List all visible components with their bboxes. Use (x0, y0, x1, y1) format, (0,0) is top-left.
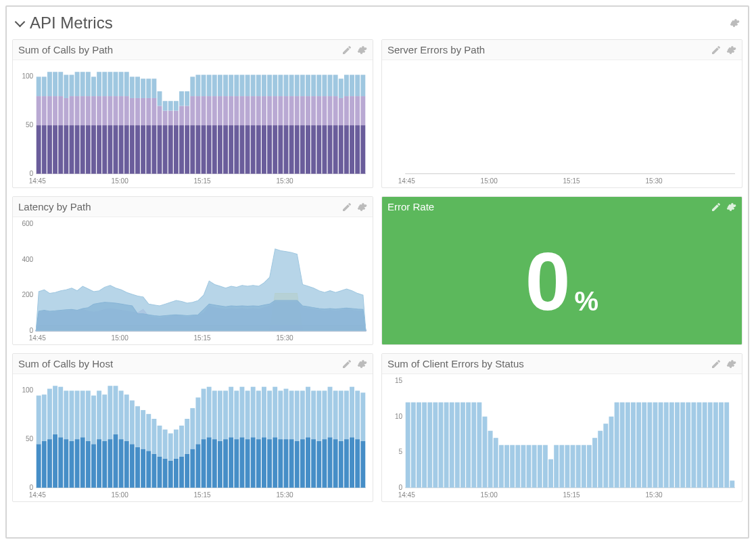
gear-icon[interactable] (729, 18, 740, 28)
svg-rect-165 (322, 96, 327, 125)
svg-rect-303 (289, 390, 294, 439)
svg-rect-328 (360, 441, 365, 488)
svg-rect-259 (168, 433, 173, 460)
svg-rect-252 (151, 454, 156, 488)
svg-text:15:30: 15:30 (645, 491, 663, 499)
svg-rect-123 (245, 96, 250, 125)
svg-rect-72 (151, 98, 156, 125)
svg-rect-90 (185, 106, 189, 125)
svg-rect-360 (521, 445, 525, 488)
pencil-icon[interactable] (341, 45, 352, 55)
gear-icon[interactable] (356, 202, 367, 212)
svg-rect-147 (289, 96, 294, 125)
svg-rect-9 (37, 96, 41, 125)
panel-calls-host: Sum of Calls by Host 05010014:4515:0015:… (12, 353, 373, 502)
svg-rect-170 (333, 125, 338, 174)
svg-rect-347 (450, 403, 454, 488)
svg-rect-80 (168, 125, 173, 174)
svg-rect-176 (344, 125, 349, 174)
svg-text:15:30: 15:30 (276, 491, 293, 499)
svg-rect-127 (251, 75, 256, 97)
svg-rect-22 (58, 72, 63, 96)
svg-rect-13 (42, 76, 47, 96)
chevron-down-icon[interactable] (15, 18, 24, 28)
svg-rect-157 (306, 75, 310, 97)
svg-rect-235 (102, 394, 107, 441)
svg-rect-65 (141, 125, 145, 174)
svg-rect-253 (151, 419, 156, 454)
svg-rect-304 (295, 441, 300, 488)
gear-icon[interactable] (356, 45, 367, 55)
svg-rect-79 (163, 101, 168, 110)
svg-rect-220 (64, 439, 68, 488)
svg-rect-92 (190, 125, 195, 174)
svg-rect-173 (339, 125, 344, 174)
gear-icon[interactable] (726, 45, 736, 55)
svg-rect-88 (179, 91, 184, 106)
svg-rect-270 (202, 439, 206, 488)
svg-rect-393 (703, 403, 707, 488)
panel-header: Sum of Client Errors by Status (382, 354, 742, 374)
pencil-icon[interactable] (711, 202, 722, 212)
svg-rect-391 (691, 403, 696, 488)
svg-rect-37 (86, 72, 91, 96)
pencil-icon[interactable] (711, 45, 722, 55)
svg-rect-152 (300, 125, 305, 174)
svg-rect-94 (190, 76, 195, 96)
svg-rect-158 (311, 125, 316, 174)
svg-rect-31 (75, 72, 80, 96)
svg-text:15:00: 15:00 (481, 177, 498, 185)
svg-rect-64 (135, 76, 140, 98)
svg-rect-39 (91, 96, 96, 125)
svg-rect-363 (538, 445, 542, 488)
svg-rect-34 (80, 72, 85, 96)
svg-rect-52 (114, 72, 118, 96)
svg-rect-219 (58, 387, 63, 438)
svg-rect-109 (218, 75, 222, 97)
svg-rect-110 (223, 125, 228, 174)
svg-rect-309 (306, 387, 310, 438)
gear-icon[interactable] (356, 359, 367, 369)
svg-rect-385 (659, 403, 663, 488)
panel-server-errors: Server Errors by Path 14:4515:0015:1515:… (381, 39, 742, 188)
svg-rect-137 (273, 125, 277, 174)
panel-title: Sum of Client Errors by Status (387, 358, 524, 369)
svg-rect-48 (108, 96, 112, 125)
svg-rect-394 (708, 403, 713, 488)
panel-header: Sum of Calls by Path (13, 40, 373, 60)
svg-rect-265 (185, 419, 189, 454)
svg-rect-262 (179, 457, 184, 488)
svg-rect-260 (174, 459, 179, 488)
svg-rect-358 (510, 445, 515, 488)
svg-rect-118 (234, 75, 239, 97)
svg-rect-364 (543, 445, 548, 488)
svg-rect-296 (273, 437, 277, 488)
svg-rect-69 (146, 98, 151, 125)
svg-rect-223 (70, 390, 74, 441)
svg-rect-396 (719, 403, 724, 488)
svg-rect-290 (256, 439, 261, 488)
svg-rect-174 (339, 98, 344, 125)
svg-rect-14 (47, 125, 52, 174)
svg-rect-131 (262, 125, 266, 174)
svg-rect-21 (58, 96, 63, 125)
chart-body: 05010014:4515:0015:1515:30 (13, 374, 373, 501)
svg-rect-285 (239, 387, 244, 438)
pencil-icon[interactable] (711, 359, 722, 369)
svg-text:50: 50 (26, 435, 34, 443)
pencil-icon[interactable] (341, 202, 352, 212)
gear-icon[interactable] (726, 359, 736, 369)
svg-rect-308 (306, 437, 310, 488)
svg-rect-248 (141, 449, 145, 487)
svg-rect-384 (653, 403, 658, 488)
svg-rect-93 (190, 96, 195, 125)
svg-rect-221 (64, 390, 68, 439)
svg-rect-104 (212, 125, 217, 174)
svg-rect-284 (239, 437, 244, 488)
svg-rect-142 (278, 75, 283, 97)
svg-rect-261 (174, 430, 179, 459)
svg-rect-180 (350, 96, 354, 125)
gear-icon[interactable] (726, 202, 736, 212)
pencil-icon[interactable] (341, 359, 352, 369)
svg-rect-282 (234, 439, 239, 488)
